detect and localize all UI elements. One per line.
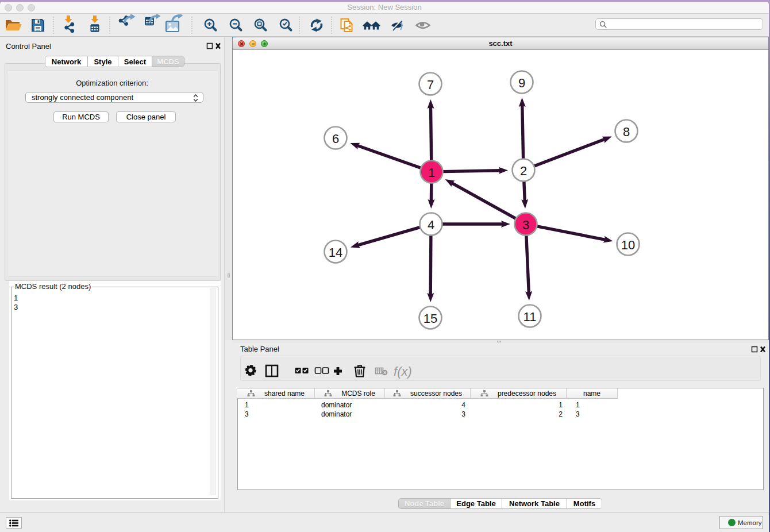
- svg-text:6: 6: [332, 132, 339, 146]
- svg-text:1: 1: [428, 165, 435, 180]
- svg-text:8: 8: [623, 125, 630, 139]
- svg-text:9: 9: [518, 76, 525, 90]
- svg-text:10: 10: [621, 238, 635, 252]
- svg-text:3: 3: [522, 218, 529, 232]
- svg-text:2: 2: [520, 164, 527, 178]
- svg-text:15: 15: [424, 311, 437, 326]
- svg-text:7: 7: [427, 78, 434, 92]
- svg-text:4: 4: [428, 218, 434, 232]
- svg-text:f(x): f(x): [394, 364, 412, 379]
- svg-text:14: 14: [329, 245, 342, 260]
- svg-text:11: 11: [523, 310, 537, 324]
